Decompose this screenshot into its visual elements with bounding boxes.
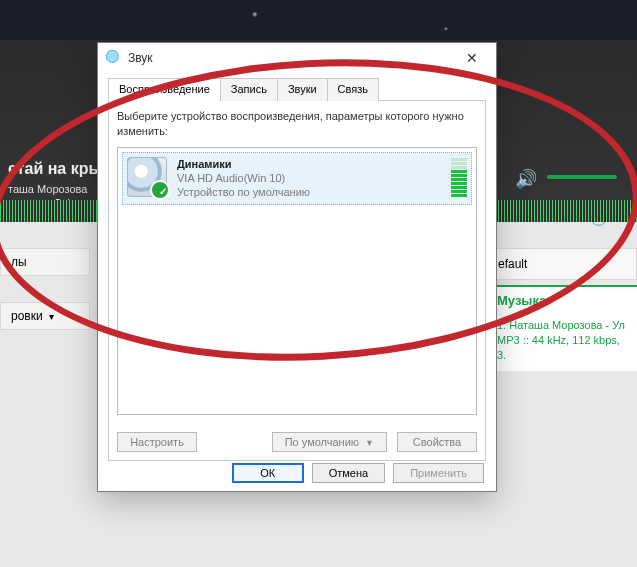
tab-sounds[interactable]: Звуки — [277, 78, 328, 101]
device-status: Устройство по умолчанию — [177, 185, 310, 199]
configure-button[interactable]: Настроить — [117, 432, 197, 452]
playlist-panel: Музыка 1. Наташа Морозова - Ул MP3 :: 44… — [487, 285, 637, 371]
dialog-titlebar[interactable]: Звук ✕ — [98, 43, 496, 73]
playlist-item-title: 1. Наташа Морозова - Ул — [497, 318, 627, 333]
playlist-item-meta: MP3 :: 44 kHz, 112 kbps, 3. — [497, 333, 627, 363]
tab-page-playback: Выберите устройство воспроизведения, пар… — [108, 101, 486, 461]
device-driver: VIA HD Audio(Win 10) — [177, 171, 310, 185]
volume-icon[interactable]: 🔊 — [515, 168, 537, 190]
hint-text: Выберите устройство воспроизведения, пар… — [117, 109, 477, 139]
chevron-down-icon: ▼ — [365, 438, 374, 448]
device-item[interactable]: ✓ Динамики VIA HD Audio(Win 10) Устройст… — [122, 152, 472, 205]
left-tab-1[interactable]: лы — [0, 248, 90, 276]
close-button[interactable]: ✕ — [452, 44, 492, 72]
device-level-meter — [451, 157, 467, 197]
dialog-title: Звук — [128, 51, 153, 65]
playlist-header: Музыка — [487, 287, 637, 314]
device-list[interactable]: ✓ Динамики VIA HD Audio(Win 10) Устройст… — [117, 147, 477, 415]
left-tab-2[interactable]: ровки▾ — [0, 302, 90, 330]
preset-default[interactable]: efault — [487, 248, 637, 280]
ok-button[interactable]: ОК — [232, 463, 304, 483]
chevron-down-icon: ▾ — [49, 311, 54, 322]
set-default-button[interactable]: По умолчанию▼ — [272, 432, 387, 452]
properties-button[interactable]: Свойства — [397, 432, 477, 452]
sound-dialog: Звук ✕ Воспроизведение Запись Звуки Связ… — [97, 42, 497, 492]
speaker-icon — [106, 50, 122, 66]
tab-comm[interactable]: Связь — [327, 78, 379, 101]
tab-record[interactable]: Запись — [220, 78, 278, 101]
apply-button[interactable]: Применить — [393, 463, 484, 483]
tab-playback[interactable]: Воспроизведение — [108, 78, 221, 101]
playlist-item[interactable]: 1. Наташа Морозова - Ул MP3 :: 44 kHz, 1… — [487, 314, 637, 371]
cancel-button[interactable]: Отмена — [312, 463, 385, 483]
dialog-tabs: Воспроизведение Запись Звуки Связь — [108, 77, 486, 101]
volume-slider[interactable] — [547, 175, 617, 179]
device-speaker-icon: ✓ — [127, 157, 167, 197]
device-name: Динамики — [177, 157, 310, 171]
dialog-buttons: ОК Отмена Применить — [232, 463, 484, 483]
left-tabs: лы ровки▾ — [0, 248, 90, 330]
